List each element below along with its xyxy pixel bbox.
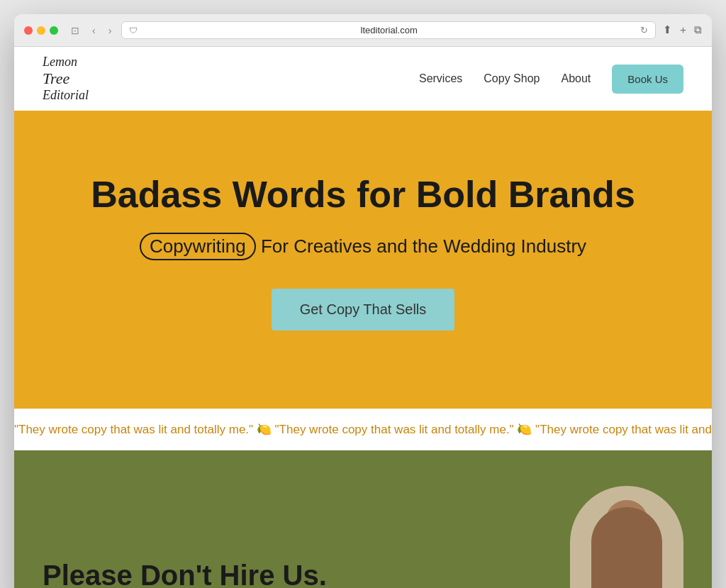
hero-section: Badass Words for Bold Brands Copywriting… (14, 111, 712, 409)
minimize-button[interactable] (37, 26, 45, 35)
nav-link-copy-shop[interactable]: Copy Shop (484, 72, 540, 85)
forward-button[interactable]: › (106, 23, 115, 38)
share-icon[interactable]: ⬆ (663, 23, 672, 37)
logo-container: Lemon Tree Editorial (43, 55, 89, 103)
website-content: Lemon Tree Editorial Services Copy Shop … (14, 47, 712, 588)
logo-line2: Tree (43, 70, 69, 88)
book-us-button[interactable]: Book Us (612, 65, 683, 94)
traffic-lights (24, 26, 58, 35)
person-image (570, 486, 683, 588)
close-button[interactable] (24, 26, 33, 35)
hero-cta-button[interactable]: Get Copy That Sells (272, 289, 455, 331)
browser-chrome: ⊡ ‹ › 🛡 ↻ ⬆ ＋ ⧉ (14, 14, 712, 47)
logo-line1: Lemon (43, 55, 77, 70)
sidebar-toggle-icon[interactable]: ⊡ (68, 23, 82, 38)
hero-subtitle: Copywriting For Creatives and the Weddin… (140, 233, 586, 260)
back-button[interactable]: ‹ (89, 23, 99, 38)
green-section-title: Please Don't Hire Us. (43, 558, 327, 588)
logo[interactable]: Lemon Tree Editorial (43, 55, 89, 103)
url-bar-container[interactable]: 🛡 ↻ (121, 21, 656, 39)
ticker-bar: "They wrote copy that was lit and totall… (14, 409, 712, 450)
windows-icon[interactable]: ⧉ (694, 23, 702, 37)
green-section: Please Don't Hire Us. (14, 450, 712, 588)
browser-actions: ⬆ ＋ ⧉ (663, 23, 702, 37)
hero-title: Badass Words for Bold Brands (91, 174, 635, 215)
refresh-icon[interactable]: ↻ (640, 25, 648, 35)
logo-line3: Editorial (43, 88, 89, 103)
green-section-text-area: Please Don't Hire Us. (43, 558, 327, 588)
nav-links: Services Copy Shop About Book Us (419, 65, 683, 94)
ticker-text: "They wrote copy that was lit and totall… (14, 422, 712, 437)
url-input[interactable] (142, 25, 636, 35)
new-tab-icon[interactable]: ＋ (678, 23, 688, 37)
lock-icon: 🛡 (129, 26, 138, 35)
maximize-button[interactable] (50, 26, 58, 35)
hero-subtitle-rest: For Creatives and the Wedding Industry (256, 235, 586, 257)
nav-link-about[interactable]: About (561, 72, 591, 85)
nav-link-services[interactable]: Services (419, 72, 462, 85)
browser-window: ⊡ ‹ › 🛡 ↻ ⬆ ＋ ⧉ Lemon Tree (14, 14, 712, 588)
hero-subtitle-highlight: Copywriting (140, 233, 256, 260)
window-controls: ⊡ (68, 23, 82, 38)
browser-toolbar: ⊡ ‹ › 🛡 ↻ ⬆ ＋ ⧉ (24, 21, 702, 39)
person-silhouette (591, 507, 662, 588)
main-nav: Lemon Tree Editorial Services Copy Shop … (14, 47, 712, 111)
